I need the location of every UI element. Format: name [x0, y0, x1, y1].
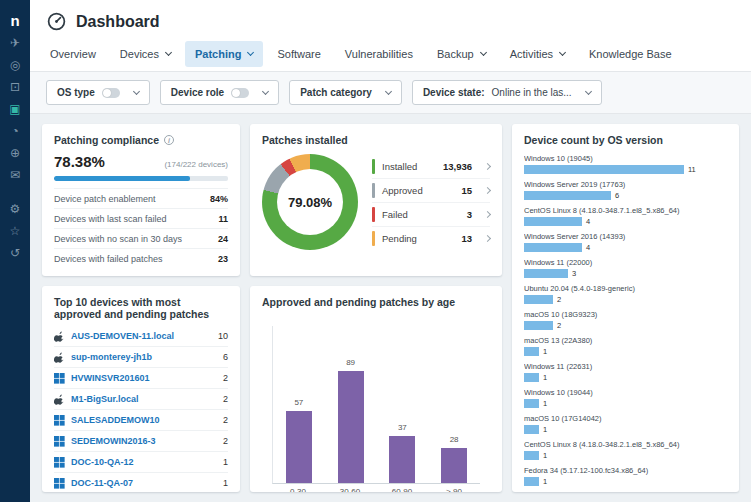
os-count-value: 4 — [586, 243, 590, 252]
os-bar-track: 1 — [524, 477, 727, 486]
age-bar[interactable]: 89 — [338, 371, 364, 483]
chevron-down-icon — [165, 49, 172, 56]
legend-value: 15 — [461, 185, 472, 196]
windows-icon — [54, 373, 65, 384]
os-version-row: macOS 13 (22A380)1 — [524, 336, 727, 356]
top-devices-card: Top 10 devices with most approved and pe… — [42, 286, 240, 492]
legend-item-failed[interactable]: Failed3 — [372, 203, 490, 227]
info-icon[interactable]: i — [164, 135, 174, 145]
patches-legend: Installed13,936Approved15Failed3Pending1… — [372, 155, 490, 250]
os-count-bar[interactable] — [524, 269, 568, 278]
os-version-label: Ubuntu 20.04 (5.4.0-189-generic) — [524, 284, 727, 293]
os-count-bar[interactable] — [524, 477, 539, 486]
tab-vulnerabilities[interactable]: Vulnerabilities — [335, 41, 423, 67]
age-bar-slot: 37 — [377, 326, 429, 483]
filter-patch-category[interactable]: Patch category — [289, 80, 402, 105]
devices-icon[interactable]: ⊡ — [9, 76, 20, 98]
help-icon[interactable]: ◎ — [9, 54, 20, 76]
age-bar-slot: 57 — [273, 326, 325, 483]
os-count-bar[interactable] — [524, 451, 539, 460]
os-version-title-text: Device count by OS version — [524, 134, 663, 146]
tab-label: Software — [277, 48, 320, 60]
chevron-down-icon — [585, 88, 592, 95]
chevron-down-icon — [133, 88, 140, 95]
tab-activities[interactable]: Activities — [500, 41, 575, 67]
device-link[interactable]: SEDEMOWIN2016-3 — [71, 436, 217, 446]
age-bar-slot: 89 — [325, 326, 377, 483]
filter-device-role[interactable]: Device role — [160, 80, 279, 105]
clock-icon[interactable]: ◔ — [9, 120, 20, 142]
os-count-bar[interactable] — [524, 217, 582, 226]
legend-item-approved[interactable]: Approved15 — [372, 179, 490, 203]
os-count-value: 11 — [688, 165, 696, 174]
age-chart-xlabels: 0-3030-6060-90> 90 — [272, 484, 480, 492]
age-bar[interactable]: 37 — [389, 436, 415, 483]
os-count-bar[interactable] — [524, 425, 539, 434]
views-icon[interactable]: ▣ — [9, 98, 20, 120]
os-count-bar[interactable] — [524, 321, 553, 330]
tab-knowledge-base[interactable]: Knowledge Base — [579, 41, 682, 67]
toggle-switch[interactable] — [102, 88, 120, 98]
os-version-row: Windows 10 (19044)1 — [524, 388, 727, 408]
chevron-down-icon — [559, 49, 566, 56]
tab-patching[interactable]: Patching — [185, 41, 263, 67]
filter-label: Patch category — [300, 87, 372, 98]
device-link[interactable]: DOC-11-QA-07 — [71, 478, 217, 488]
sidebar: n ✈◎⊡▣◔⊕✉ ⚙☆↺ — [0, 0, 30, 502]
os-count-bar[interactable] — [524, 243, 582, 252]
os-count-bar[interactable] — [524, 373, 539, 382]
device-row: sup-monterey-jh1b6 — [54, 347, 228, 368]
app-logo[interactable]: n — [10, 8, 19, 32]
sidebar-icons: ✈◎⊡▣◔⊕✉ — [9, 32, 20, 186]
favorites-icon[interactable]: ☆ — [10, 220, 21, 242]
os-count-value: 1 — [543, 425, 547, 434]
windows-icon — [54, 415, 65, 426]
reports-icon[interactable]: ✉ — [9, 164, 20, 186]
settings-icon[interactable]: ⚙ — [10, 198, 21, 220]
filter-device-state[interactable]: Device state:Online in the las... — [412, 80, 602, 105]
age-bar-slot: 28 — [428, 326, 480, 483]
device-link[interactable]: SALESADDEMOW10 — [71, 415, 217, 425]
os-version-row: CentOS Linux 8 (4.18.0-348.7.1.el8_5.x86… — [524, 206, 727, 226]
os-count-bar[interactable] — [524, 191, 611, 200]
tab-software[interactable]: Software — [267, 41, 330, 67]
device-link[interactable]: HVWINSVR201601 — [71, 373, 217, 383]
patches-installed-card: Patches installed 79.08% Installed13,936… — [250, 124, 502, 276]
tab-devices[interactable]: Devices — [110, 41, 181, 67]
device-link[interactable]: M1-BigSur.local — [71, 394, 217, 404]
age-bar[interactable]: 28 — [441, 448, 467, 483]
device-row: SEDEMOWIN2016-32 — [54, 431, 228, 452]
tab-overview[interactable]: Overview — [40, 41, 106, 67]
os-bar-track: 4 — [524, 217, 727, 226]
filter-os-type[interactable]: OS type — [46, 80, 150, 105]
globe-icon[interactable]: ⊕ — [9, 142, 20, 164]
tab-backup[interactable]: Backup — [427, 41, 496, 67]
history-icon[interactable]: ↺ — [10, 242, 21, 264]
os-count-bar[interactable] — [524, 347, 539, 356]
compliance-metric-row: Devices with failed patches23 — [54, 248, 228, 268]
device-patch-count: 2 — [223, 436, 228, 446]
os-version-label: CentOS Linux 8 (4.18.0-348.2.1.el8_5.x86… — [524, 440, 727, 449]
patches-donut[interactable]: 79.08% — [262, 154, 358, 250]
age-bar[interactable]: 57 — [286, 411, 312, 483]
send-icon[interactable]: ✈ — [9, 32, 20, 54]
os-bar-track: 3 — [524, 269, 727, 278]
age-bar-category: > 90 — [428, 484, 480, 492]
legend-color-bar — [372, 183, 375, 198]
os-count-bar[interactable] — [524, 295, 553, 304]
toggle-switch[interactable] — [231, 88, 249, 98]
chevron-down-icon — [247, 49, 254, 56]
tab-label: Vulnerabilities — [345, 48, 413, 60]
device-link[interactable]: sup-monterey-jh1b — [71, 352, 217, 362]
metric-label: Device patch enablement — [54, 194, 156, 204]
tab-label: Overview — [50, 48, 96, 60]
legend-item-pending[interactable]: Pending13 — [372, 227, 490, 250]
legend-item-installed[interactable]: Installed13,936 — [372, 155, 490, 179]
os-count-bar[interactable] — [524, 165, 684, 174]
patches-installed-body: 79.08% Installed13,936Approved15Failed3P… — [262, 154, 490, 250]
os-count-bar[interactable] — [524, 399, 539, 408]
apple-icon — [54, 394, 65, 405]
device-link[interactable]: AUS-DEMOVEN-11.local — [71, 331, 212, 341]
os-version-label: CentOS Linux 8 (4.18.0-348.7.1.el8_5.x86… — [524, 206, 727, 215]
device-link[interactable]: DOC-10-QA-12 — [71, 457, 217, 467]
